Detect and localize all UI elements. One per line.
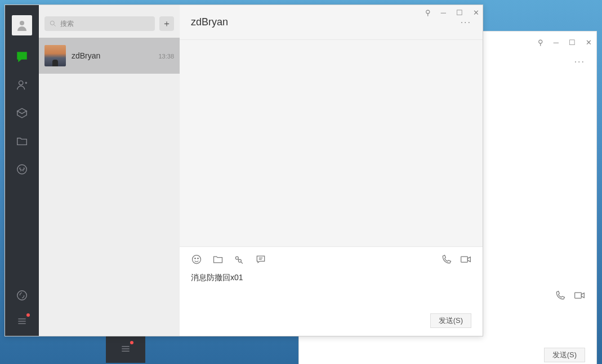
- conversation-panel: 搜索 ＋ zdBryan 13:38: [39, 5, 180, 336]
- file-icon[interactable]: [212, 254, 224, 267]
- svg-rect-24: [461, 257, 468, 262]
- conversation-time: 13:38: [158, 53, 174, 60]
- more-icon[interactable]: ···: [461, 17, 471, 28]
- chat-input-area: 发送(S): [180, 246, 483, 336]
- svg-point-8: [17, 165, 27, 174]
- menu-icon[interactable]: [15, 314, 29, 328]
- chat-title: zdBryan: [191, 16, 228, 28]
- maximize-icon[interactable]: ☐: [569, 38, 576, 47]
- more-icon[interactable]: ···: [574, 57, 585, 67]
- video-icon[interactable]: [460, 254, 471, 267]
- send-button-bg[interactable]: 发送(S): [544, 348, 585, 362]
- close-icon[interactable]: ✕: [586, 38, 592, 47]
- menu-icon[interactable]: [119, 342, 132, 356]
- sidebar: [5, 5, 39, 336]
- collection-tab-icon[interactable]: [15, 106, 29, 120]
- minimize-icon[interactable]: ─: [554, 38, 559, 47]
- conversation-item[interactable]: zdBryan 13:38: [39, 38, 180, 74]
- chat-area: ⚲ ─ ☐ ✕ zdBryan ···: [180, 5, 483, 336]
- notification-dot: [130, 341, 133, 344]
- search-placeholder: 搜索: [60, 19, 74, 29]
- svg-line-14: [54, 25, 56, 26]
- history-icon[interactable]: [255, 254, 266, 267]
- message-input[interactable]: [191, 268, 471, 313]
- wechat-window: 搜索 ＋ zdBryan 13:38 ⚲ ─ ☐ ✕ zdBryan ···: [5, 5, 483, 336]
- chat-tab-icon[interactable]: [15, 50, 29, 64]
- screenshot-icon[interactable]: [234, 254, 245, 267]
- svg-point-17: [198, 258, 199, 259]
- chat-messages[interactable]: [180, 40, 483, 246]
- svg-point-4: [20, 21, 24, 25]
- notification-dot: [26, 313, 30, 317]
- phone-icon[interactable]: [15, 289, 29, 302]
- svg-line-21: [241, 262, 243, 263]
- my-avatar[interactable]: [12, 15, 32, 35]
- svg-point-9: [17, 291, 27, 300]
- background-sidebar-window: [106, 335, 145, 363]
- svg-point-5: [19, 81, 23, 85]
- send-button[interactable]: 发送(S): [430, 313, 471, 328]
- svg-line-20: [238, 259, 239, 260]
- avatar: [44, 45, 66, 66]
- close-icon[interactable]: ✕: [473, 8, 479, 17]
- add-button[interactable]: ＋: [159, 16, 174, 31]
- minimize-icon[interactable]: ─: [441, 8, 446, 17]
- files-tab-icon[interactable]: [15, 134, 29, 148]
- conversation-name: zdBryan: [72, 51, 100, 60]
- pin-icon[interactable]: ⚲: [425, 8, 431, 17]
- emoji-icon[interactable]: [191, 254, 202, 267]
- svg-point-13: [50, 21, 54, 25]
- search-input[interactable]: 搜索: [44, 16, 155, 31]
- contacts-tab-icon[interactable]: [15, 78, 29, 92]
- svg-point-16: [195, 258, 196, 259]
- maximize-icon[interactable]: ☐: [456, 8, 463, 17]
- call-icon[interactable]: [555, 290, 566, 303]
- call-icon[interactable]: [441, 254, 452, 267]
- svg-point-15: [193, 255, 201, 264]
- pin-icon[interactable]: ⚲: [538, 38, 543, 47]
- svg-rect-0: [575, 293, 582, 298]
- mini-program-icon[interactable]: [15, 163, 29, 176]
- video-icon[interactable]: [574, 290, 585, 303]
